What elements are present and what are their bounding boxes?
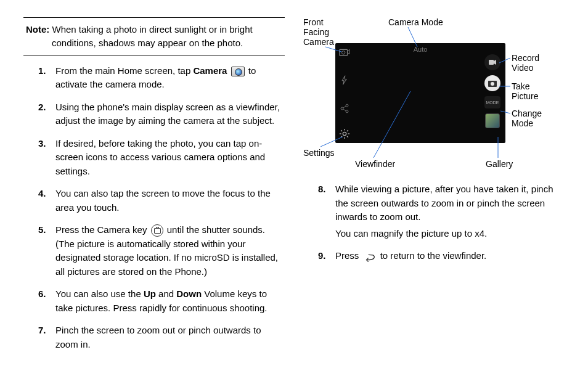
step-text: Pinch the screen to zoom out or pinch ou… — [55, 324, 285, 354]
step-number: 6. — [38, 287, 55, 317]
settings-gear-icon — [339, 128, 350, 139]
record-video-button[interactable] — [484, 54, 500, 70]
share-icon — [339, 104, 350, 113]
step-number: 7. — [38, 324, 55, 354]
svg-point-16 — [491, 82, 494, 86]
step-item: 1.From the main Home screen, tap Camera … — [38, 64, 285, 94]
camera-key-icon — [151, 224, 163, 237]
step-text: Using the phone's main display screen as… — [55, 100, 285, 131]
step-item: 9.Press to return to the viewfinder. — [318, 249, 565, 266]
label-change-mode: Change Mode — [512, 108, 542, 128]
svg-point-2 — [341, 107, 343, 110]
step-item: 2.Using the phone's main display screen … — [38, 100, 285, 131]
label-record-video: Record Video — [512, 53, 539, 73]
svg-rect-0 — [340, 49, 348, 55]
step-text: While viewing a picture, after you have … — [335, 182, 565, 243]
right-column: Front Facing Camera Camera Mode Record V… — [303, 17, 565, 392]
step-number: 1. — [38, 64, 55, 94]
svg-rect-14 — [489, 60, 494, 65]
svg-line-11 — [347, 136, 348, 137]
step-text: Press the Camera key until the shutter s… — [55, 223, 285, 281]
mode-button[interactable]: MODE — [484, 96, 500, 108]
label-settings: Settings — [303, 148, 335, 158]
step-item: 4.You can also tap the screen to move th… — [38, 187, 285, 217]
camera-diagram: Front Facing Camera Camera Mode Record V… — [303, 17, 565, 171]
step-number: 5. — [38, 223, 55, 281]
step-number: 8. — [318, 182, 335, 243]
flash-icon — [339, 75, 350, 85]
svg-line-12 — [341, 136, 342, 137]
shutter-button[interactable] — [484, 75, 500, 91]
svg-point-5 — [343, 132, 346, 135]
note-prefix: Note: — [26, 24, 49, 35]
step-text: From the main Home screen, tap Camera to… — [55, 64, 285, 94]
gallery-thumbnail[interactable] — [485, 113, 500, 128]
label-gallery: Gallery — [486, 159, 513, 169]
label-take-picture: Take Picture — [512, 81, 539, 101]
note-box: Note: When taking a photo in direct sunl… — [23, 17, 285, 55]
svg-point-1 — [342, 51, 345, 54]
back-key-icon — [363, 252, 377, 261]
step-text: You can also tap the screen to move the … — [55, 187, 285, 217]
camera-app-icon — [231, 67, 245, 76]
svg-line-13 — [347, 130, 348, 131]
front-camera-icon — [339, 47, 350, 57]
step-item: 7.Pinch the screen to zoom out or pinch … — [38, 324, 285, 354]
phone-viewfinder: Auto MODE — [335, 43, 505, 143]
step-item: 8.While viewing a picture, after you hav… — [318, 182, 565, 243]
step-item: 6.You can also use the Up and Down Volum… — [38, 287, 285, 317]
svg-point-3 — [346, 104, 348, 107]
svg-point-4 — [346, 110, 348, 113]
svg-line-10 — [341, 130, 342, 131]
label-front-camera: Front Facing Camera — [303, 17, 334, 47]
step-number: 2. — [38, 100, 55, 131]
step-number: 9. — [318, 249, 335, 266]
label-viewfinder: Viewfinder — [355, 159, 395, 169]
step-number: 3. — [38, 137, 55, 181]
step-item: 3.If desired, before taking the photo, y… — [38, 137, 285, 181]
step-number: 4. — [38, 187, 55, 217]
left-column: Note: When taking a photo in direct sunl… — [23, 17, 285, 392]
steps-right: 8.While viewing a picture, after you hav… — [303, 182, 565, 266]
step-text: You can also use the Up and Down Volume … — [55, 287, 285, 317]
camera-mode-text: Auto — [414, 46, 428, 53]
step-item: 5.Press the Camera key until the shutter… — [38, 223, 285, 281]
step-text: Press to return to the viewfinder. — [335, 249, 565, 266]
label-camera-mode: Camera Mode — [388, 17, 443, 27]
steps-left: 1.From the main Home screen, tap Camera … — [23, 64, 285, 354]
right-button-stack: MODE — [482, 54, 503, 128]
step-text: If desired, before taking the photo, you… — [55, 137, 285, 181]
note-text: When taking a photo in direct sunlight o… — [49, 24, 252, 48]
